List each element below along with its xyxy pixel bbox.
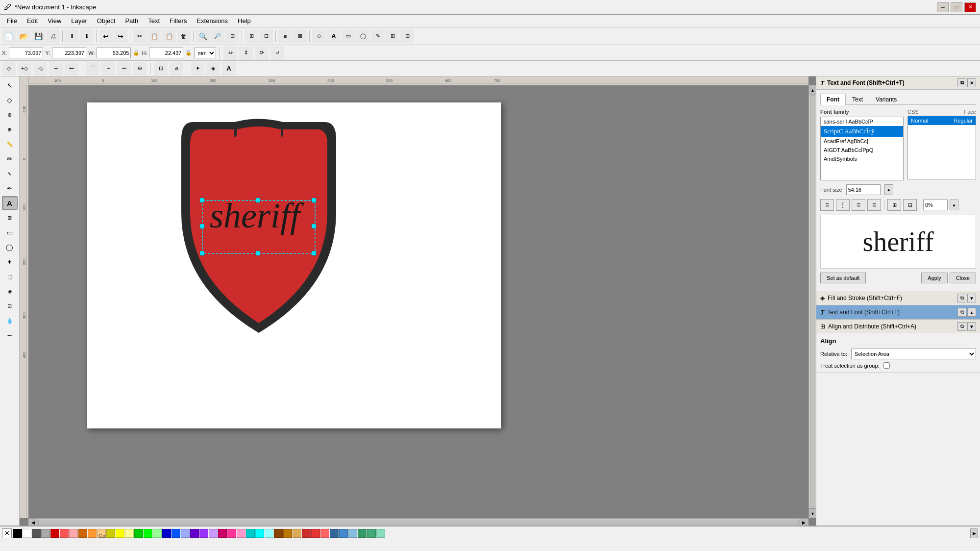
path-delete-node-btn[interactable]: -◇	[33, 62, 47, 75]
swatch-yellow2[interactable]	[116, 529, 124, 538]
distribute-button[interactable]: ⊠	[293, 29, 307, 43]
join-nodes-btn[interactable]: ⊷	[65, 62, 78, 75]
auto-smooth-btn[interactable]: ⊛	[133, 62, 147, 75]
w-input[interactable]	[97, 48, 131, 58]
swatch-steel3[interactable]	[348, 529, 357, 538]
swatch-yellow1[interactable]	[106, 529, 115, 538]
box3d-tool[interactable]: ⬚	[2, 270, 18, 283]
menu-edit[interactable]: Edit	[22, 16, 43, 25]
align-left-button[interactable]: ≡	[820, 199, 834, 211]
swatch-yellow3[interactable]	[125, 529, 134, 538]
path-node-btn[interactable]: ◇	[2, 62, 16, 75]
menu-view[interactable]: View	[43, 16, 66, 25]
rectangle-tool-button[interactable]: ▭	[342, 29, 355, 43]
group-button[interactable]: ⊞	[245, 29, 258, 43]
swatch-cyan2[interactable]	[255, 529, 264, 538]
swatch-pink3[interactable]	[237, 529, 245, 538]
font-item-sans-serif[interactable]: sans-serif AaBbCcÎP	[821, 117, 903, 126]
swatch-teal2[interactable]	[367, 529, 376, 538]
text-font-panel-header[interactable]: T Text and Font (Shift+Ctrl+T) ⧉ ✕	[816, 76, 980, 90]
relative-to-select[interactable]: Selection Area First Selected Last Selec…	[851, 349, 976, 359]
apply-button[interactable]: Apply	[921, 273, 948, 283]
new-button[interactable]: 📄	[2, 29, 16, 43]
menu-extensions[interactable]: Extensions	[192, 16, 233, 25]
swatch-green1[interactable]	[134, 529, 143, 538]
swatch-crimson1[interactable]	[302, 529, 311, 538]
smooth-btn[interactable]: ∽	[101, 62, 115, 75]
show-handles-btn[interactable]: ✦	[191, 62, 204, 75]
line-seg-btn[interactable]: ⊡	[154, 62, 168, 75]
tab-variants[interactable]: Variants	[869, 94, 903, 105]
h-scrollbar[interactable]: ◀ ▶	[28, 518, 808, 526]
swatch-teal1[interactable]	[358, 529, 367, 538]
transform-button[interactable]: ⟳	[255, 46, 269, 60]
calligraphy-tool[interactable]: ✒	[2, 181, 18, 195]
swatch-gray2[interactable]	[41, 529, 50, 538]
tab-text[interactable]: Text	[846, 94, 869, 105]
align-right-button[interactable]: ≡	[852, 199, 865, 211]
scroll-left-button[interactable]: ◀	[28, 519, 38, 526]
swatch-green2[interactable]	[144, 529, 152, 538]
swatch-steel1[interactable]	[330, 529, 339, 538]
path-effects-btn[interactable]: A	[222, 62, 236, 75]
path-add-node-btn[interactable]: +◇	[18, 62, 31, 75]
zoom-in-button[interactable]: 🔍	[196, 29, 210, 43]
scroll-down-button[interactable]: ▼	[809, 508, 816, 518]
swatch-orange1[interactable]	[78, 529, 87, 538]
canvas-inner[interactable]: sheriff	[28, 85, 808, 518]
unit-select[interactable]: mm px pt cm in	[194, 48, 216, 58]
swatch-black[interactable]	[13, 529, 22, 538]
star-tool[interactable]: ✦	[2, 255, 18, 269]
fill-btn[interactable]: ⊡	[400, 29, 414, 43]
swatch-purple2[interactable]	[199, 529, 208, 538]
ellipse-tool[interactable]: ◯	[2, 240, 18, 254]
spray-tool[interactable]: ⊠	[2, 211, 18, 225]
cut-button[interactable]: ✂	[133, 29, 147, 43]
swatch-green3[interactable]	[153, 529, 162, 538]
text-tool-button[interactable]: A	[327, 29, 341, 43]
h-input[interactable]	[149, 48, 183, 58]
align-undock[interactable]: ⧉	[957, 322, 966, 331]
import-button[interactable]: ⬆	[65, 29, 79, 43]
swatch-brown3[interactable]	[293, 529, 301, 538]
font-item-aigdt[interactable]: AIGDT AaBbCcÎPpQ	[821, 146, 903, 154]
swatch-pink1[interactable]	[218, 529, 227, 538]
swatch-red1[interactable]	[50, 529, 59, 538]
swatch-pink2[interactable]	[227, 529, 236, 538]
h-scroll-thumb[interactable]	[38, 520, 799, 525]
flip-h-button[interactable]: ⇔	[223, 46, 237, 60]
fill-stroke-header[interactable]: ◈ Fill and Stroke (Shift+Ctrl+F) ⧉ ▼	[816, 291, 980, 305]
node-editor-button[interactable]: ◇	[312, 29, 326, 43]
font-item-acadref[interactable]: AcadEref AgBbCc[	[821, 137, 903, 146]
font-size-up-button[interactable]: ▲	[884, 184, 893, 195]
gradient-tool[interactable]: ◈	[2, 284, 18, 298]
treat-as-group-checkbox[interactable]	[883, 362, 890, 369]
swatch-cyan1[interactable]	[246, 529, 255, 538]
minimize-button[interactable]: ─	[937, 2, 949, 12]
close-button[interactable]: Close	[950, 273, 976, 283]
redo-button[interactable]: ↪	[114, 29, 127, 43]
swatch-white[interactable]	[23, 529, 31, 538]
save-button[interactable]: 💾	[31, 29, 45, 43]
col-layout2-button[interactable]: ⊟	[903, 199, 917, 211]
zoom-fit-button[interactable]: ⊡	[225, 29, 239, 43]
align-center-button[interactable]: ⋮	[836, 199, 850, 211]
flip-v-button[interactable]: ⇕	[239, 46, 253, 60]
panel-close-button[interactable]: ✕	[967, 78, 976, 87]
percent-input[interactable]	[923, 200, 948, 210]
swatch-brown2[interactable]	[283, 529, 292, 538]
font-size-input[interactable]	[846, 184, 881, 195]
menu-text[interactable]: Text	[143, 16, 165, 25]
v-scroll-thumb[interactable]	[810, 95, 815, 508]
font-family-list[interactable]: sans-serif AaBbCcÎP ScriptC AaBbCcÎcÿ Ac…	[820, 117, 904, 180]
menu-layer[interactable]: Layer	[66, 16, 92, 25]
paint-bucket-tool[interactable]: ⊡	[2, 299, 18, 313]
rotate90-button[interactable]: ⤾	[270, 46, 284, 60]
tab-font[interactable]: Font	[820, 94, 846, 105]
symm-btn[interactable]: ⊸	[117, 62, 131, 75]
font-item-scriptc[interactable]: ScriptC AaBbCcÎcÿ	[821, 126, 903, 137]
scroll-right-button[interactable]: ▶	[799, 519, 808, 526]
bezier-tool[interactable]: ∿	[2, 167, 18, 180]
pencil-tool[interactable]: ✏	[2, 152, 18, 166]
swatch-blue3[interactable]	[181, 529, 190, 538]
